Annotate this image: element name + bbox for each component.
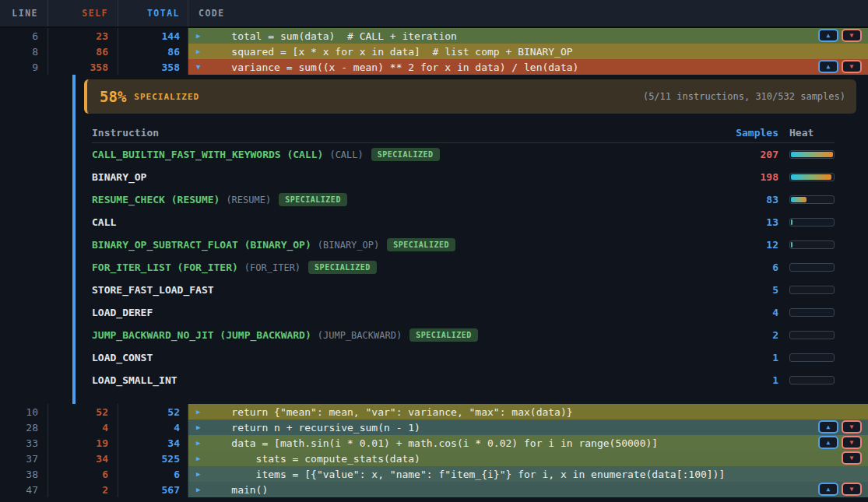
code-rows-top: 6 23 144 ▶ total = sum(data) # CALL + it…: [0, 28, 868, 75]
instruction-samples: 198: [724, 171, 778, 183]
heat-bar: [789, 150, 835, 159]
instruction-row: CALL_BUILTIN_FAST_WITH_KEYWORDS (CALL) (…: [92, 143, 835, 166]
instruction-name: BINARY_OP: [92, 171, 146, 183]
expanded-line-detail: 58% SPECIALIZED (5/11 instructions, 310/…: [72, 75, 868, 404]
heat-bar: [789, 308, 835, 317]
collapse-arrow-icon[interactable]: ▼: [188, 63, 207, 71]
instruction-row: LOAD_DEREF 4: [92, 301, 835, 324]
instruction-samples: 5: [724, 284, 778, 296]
jump-up-button[interactable]: ▲: [818, 436, 838, 449]
instruction-name: LOAD_CONST: [92, 352, 153, 363]
total-samples: 567: [118, 482, 188, 497]
instruction-base-opcode: (RESUME): [226, 195, 271, 205]
jump-up-button[interactable]: ▲: [818, 60, 838, 73]
specialized-stats: (5/11 instructions, 310/532 samples): [643, 91, 845, 102]
header-code: CODE: [188, 0, 868, 26]
code-text: total = sum(data) # CALL + iteration: [207, 30, 457, 42]
header-total: TOTAL: [118, 0, 188, 26]
instruction-samples: 13: [724, 216, 778, 228]
expand-arrow-icon[interactable]: ▶: [188, 455, 207, 462]
table-header: LINE SELF TOTAL CODE: [0, 0, 868, 28]
self-samples: 6: [48, 466, 118, 482]
instruction-row: STORE_FAST_LOAD_FAST 5: [92, 279, 835, 301]
expand-arrow-icon[interactable]: ▶: [188, 486, 207, 493]
code-text: main(): [207, 484, 268, 496]
jump-up-button[interactable]: ▲: [818, 29, 838, 42]
jump-down-button[interactable]: ▼: [842, 451, 862, 465]
heat-bar: [789, 173, 835, 181]
instruction-row: RESUME_CHECK (RESUME) (RESUME) SPECIALIZ…: [92, 188, 835, 211]
instruction-row: BINARY_OP 198: [92, 166, 835, 188]
instruction-base-opcode: (FOR_ITER): [244, 262, 300, 273]
expand-arrow-icon[interactable]: ▶: [188, 47, 207, 55]
code-text: return {"mean": mean, "var": variance, "…: [207, 406, 573, 418]
instruction-samples: 1: [724, 374, 778, 386]
instruction-name: LOAD_SMALL_INT: [92, 374, 177, 386]
code-cell[interactable]: ▶ data = [math.sin(i * 0.01) + math.cos(…: [188, 435, 868, 451]
expand-arrow-icon[interactable]: ▶: [188, 423, 207, 431]
jump-down-button[interactable]: ▼: [842, 29, 862, 42]
total-samples: 34: [118, 435, 188, 451]
expand-arrow-icon[interactable]: ▶: [188, 470, 207, 478]
code-cell[interactable]: ▶ items = [{"value": x, "name": f"item_{…: [188, 466, 868, 482]
expand-arrow-icon[interactable]: ▶: [188, 439, 207, 447]
line-number: 37: [0, 451, 48, 466]
code-cell[interactable]: ▶ return n + recursive_sum(n - 1) ▲ ▼: [188, 420, 868, 435]
heat-bar-fill: [791, 219, 792, 225]
specialized-percent: 58%: [100, 88, 126, 105]
code-text: squared = [x * x for x in data] # list c…: [207, 46, 573, 58]
self-samples: 19: [48, 435, 118, 451]
code-text: variance = sum((x - mean) ** 2 for x in …: [207, 61, 578, 73]
code-cell[interactable]: ▶ main() ▲ ▼: [188, 482, 868, 497]
instruction-table-header: Instruction Samples Heat: [92, 123, 835, 143]
line-number: 28: [0, 420, 48, 435]
code-cell[interactable]: ▶ squared = [x * x for x in data] # list…: [188, 44, 868, 59]
instruction-row: JUMP_BACKWARD_NO_JIT (JUMP_BACKWARD) (JU…: [92, 324, 835, 346]
specialized-badge: SPECIALIZED: [308, 261, 377, 274]
column-samples: Samples: [724, 127, 778, 139]
specialized-badge: SPECIALIZED: [279, 193, 347, 206]
heat-bar-fill: [791, 197, 807, 202]
instruction-row: CALL 13: [92, 211, 835, 233]
total-samples: 4: [118, 420, 188, 435]
total-samples: 52: [118, 404, 188, 420]
code-text: return n + recursive_sum(n - 1): [207, 422, 420, 434]
instruction-samples: 1: [724, 352, 778, 363]
expand-arrow-icon[interactable]: ▶: [188, 32, 207, 40]
heat-bar: [789, 218, 835, 226]
heat-bar: [789, 286, 835, 294]
jump-down-button[interactable]: ▼: [842, 436, 862, 449]
instruction-base-opcode: (BINARY_OP): [318, 240, 379, 251]
instruction-samples: 83: [724, 194, 778, 205]
line-number: 8: [0, 44, 48, 59]
jump-down-button[interactable]: ▼: [842, 60, 862, 73]
instruction-rows: CALL_BUILTIN_FAST_WITH_KEYWORDS (CALL) (…: [92, 143, 835, 391]
heat-bar: [789, 353, 835, 362]
code-cell[interactable]: ▶ return {"mean": mean, "var": variance,…: [188, 404, 868, 420]
instruction-row: LOAD_CONST 1: [92, 346, 835, 369]
code-cell[interactable]: ▶ total = sum(data) # CALL + iteration ▲…: [188, 28, 868, 44]
jump-down-button[interactable]: ▼: [842, 420, 862, 434]
code-cell[interactable]: ▶ stats = compute_stats(data) ▼: [188, 451, 868, 466]
self-samples: 2: [48, 482, 118, 497]
heat-bar: [789, 195, 835, 204]
row-nav-buttons: ▲ ▼: [818, 420, 862, 434]
instruction-samples: 4: [724, 307, 778, 318]
row-nav-buttons: ▲ ▼: [818, 60, 862, 73]
code-text: items = [{"value": x, "name": f"item_{i}…: [207, 469, 725, 480]
row-nav-buttons: ▼: [842, 451, 862, 465]
instruction-row: FOR_ITER_LIST (FOR_ITER) (FOR_ITER) SPEC…: [92, 256, 835, 279]
jump-down-button[interactable]: ▼: [842, 483, 862, 496]
code-cell[interactable]: ▼ variance = sum((x - mean) ** 2 for x i…: [188, 59, 868, 75]
code-line-row: 10 52 52 ▶ return {"mean": mean, "var": …: [0, 404, 868, 420]
heat-bar-fill: [791, 242, 792, 247]
row-nav-buttons: ▲ ▼: [818, 436, 862, 449]
instruction-table: Instruction Samples Heat CALL_BUILTIN_FA…: [92, 123, 835, 391]
instruction-name: FOR_ITER_LIST (FOR_ITER): [92, 262, 238, 273]
self-samples: 4: [48, 420, 118, 435]
expand-arrow-icon[interactable]: ▶: [188, 408, 207, 416]
jump-up-button[interactable]: ▲: [818, 420, 838, 434]
code-rows-bottom: 10 52 52 ▶ return {"mean": mean, "var": …: [0, 404, 868, 497]
jump-up-button[interactable]: ▲: [818, 483, 838, 496]
self-samples: 52: [48, 404, 118, 420]
